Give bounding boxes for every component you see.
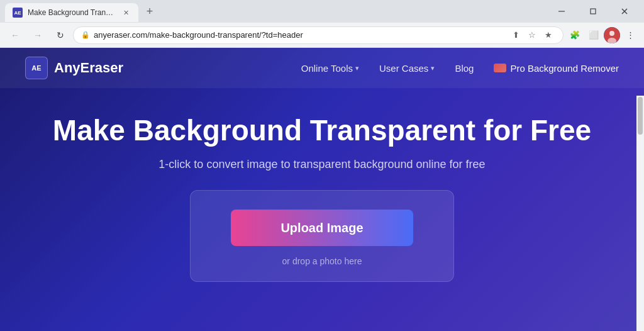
minimize-button[interactable]: [547, 2, 576, 21]
user-cases-chevron: ▾: [431, 64, 435, 72]
tab-title: Make Background Transpare...: [28, 8, 116, 17]
website-content: AE AnyEraser Online Tools ▾ User Cases ▾…: [0, 48, 644, 331]
site-logo[interactable]: AE AnyEraser: [25, 57, 123, 79]
reload-button[interactable]: ↻: [50, 25, 70, 45]
pro-background-remover-button[interactable]: Pro Background Remover: [494, 63, 619, 74]
address-actions: ⬆ ☆ ★: [509, 28, 555, 42]
pro-icon: [494, 64, 506, 72]
online-tools-chevron: ▾: [355, 64, 359, 72]
navigation-bar: ← → ↻ 🔒 anyeraser.com/make-background-tr…: [0, 23, 644, 48]
site-navigation: Online Tools ▾ User Cases ▾ Blog Pro Bac…: [301, 63, 619, 74]
nav-online-tools[interactable]: Online Tools ▾: [301, 63, 359, 74]
drop-photo-text: or drop a photo here: [282, 256, 362, 266]
scrollbar[interactable]: [636, 96, 644, 331]
address-text: anyeraser.com/make-background-transparen…: [94, 30, 505, 40]
tab-favicon: AE: [13, 8, 23, 18]
menu-icon[interactable]: ⋮: [621, 26, 639, 44]
logo-name: AnyEraser: [54, 60, 123, 76]
nav-user-cases[interactable]: User Cases ▾: [379, 63, 435, 74]
upload-image-button[interactable]: Upload Image: [231, 210, 413, 246]
browser-tab[interactable]: AE Make Background Transpare... ✕: [5, 3, 138, 22]
address-bar[interactable]: 🔒 anyeraser.com/make-background-transpar…: [73, 26, 564, 44]
share-icon[interactable]: ⬆: [509, 28, 523, 42]
lock-icon: 🔒: [81, 31, 90, 39]
tab-close-button[interactable]: ✕: [121, 8, 131, 18]
bookmark-icon[interactable]: ☆: [525, 28, 539, 42]
svg-rect-1: [591, 9, 596, 14]
site-header: AE AnyEraser Online Tools ▾ User Cases ▾…: [0, 48, 644, 88]
browser-window: AE Make Background Transpare... ✕ + ← → …: [0, 0, 644, 331]
sidebar-icon[interactable]: ⬜: [585, 26, 602, 44]
maximize-button[interactable]: [579, 2, 608, 21]
svg-point-5: [609, 31, 614, 36]
hero-subtitle: 1-click to convert image to transparent …: [158, 158, 485, 171]
forward-button[interactable]: →: [28, 25, 48, 45]
close-button[interactable]: [610, 2, 639, 21]
new-tab-button[interactable]: +: [141, 3, 158, 20]
back-button[interactable]: ←: [5, 25, 25, 45]
bookmark-filled-icon[interactable]: ★: [541, 28, 555, 42]
upload-box: Upload Image or drop a photo here: [190, 190, 454, 282]
browser-actions: 🧩 ⬜ ⋮: [566, 26, 639, 44]
logo-icon: AE: [25, 57, 48, 79]
hero-title: Make Background Transparent for Free: [53, 113, 591, 148]
profile-button[interactable]: [604, 27, 620, 43]
extensions-icon[interactable]: 🧩: [566, 26, 584, 44]
nav-blog[interactable]: Blog: [455, 63, 474, 74]
website-wrapper: AE AnyEraser Online Tools ▾ User Cases ▾…: [0, 48, 644, 331]
hero-section: Make Background Transparent for Free 1-c…: [0, 88, 644, 331]
title-bar: AE Make Background Transpare... ✕ +: [0, 0, 644, 23]
scrollbar-thumb[interactable]: [638, 97, 643, 135]
window-controls: [547, 2, 639, 21]
